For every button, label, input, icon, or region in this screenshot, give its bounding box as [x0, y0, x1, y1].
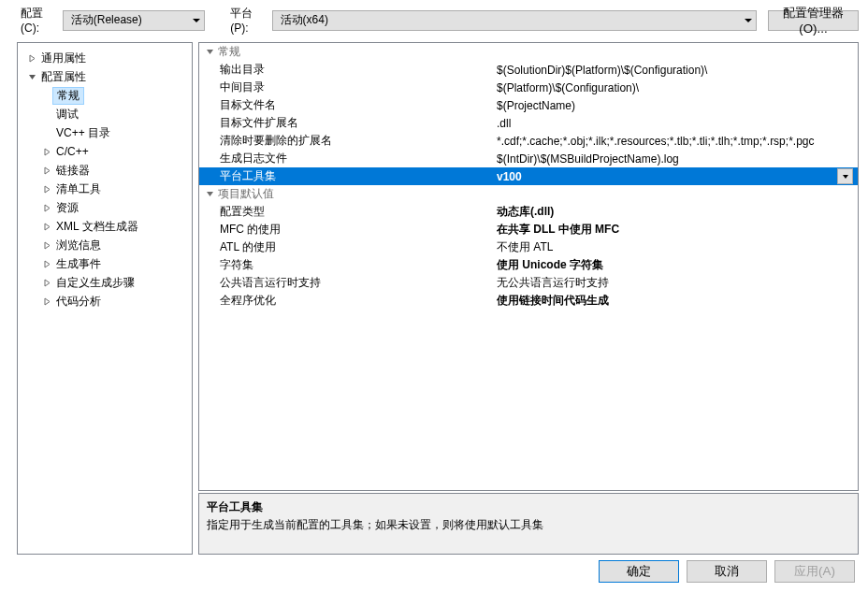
tree-item[interactable]: 浏览信息 — [18, 236, 192, 254]
dropdown-button[interactable] — [837, 168, 853, 184]
grid-row[interactable]: 目标文件扩展名.dll — [199, 114, 858, 132]
tree-item[interactable]: 清单工具 — [18, 180, 192, 198]
config-toolbar: 配置(C): 活动(Release) 平台(P): 活动(x64) 配置管理器(… — [0, 0, 868, 42]
grid-row-value[interactable]: *.cdf;*.cache;*.obj;*.ilk;*.resources;*.… — [497, 132, 858, 150]
tree-item[interactable]: 代码分析 — [18, 292, 192, 310]
tree-item[interactable]: 调试 — [18, 105, 192, 123]
grid-row[interactable]: 公共语言运行时支持无公共语言运行时支持 — [199, 274, 858, 292]
grid-row-label: ATL 的使用 — [199, 238, 497, 256]
grid-row-label: MFC 的使用 — [199, 221, 497, 238]
chevron-right-icon[interactable] — [40, 148, 53, 156]
grid-row-value[interactable]: 使用链接时间代码生成 — [497, 292, 858, 310]
tree-item-label: 生成事件 — [53, 256, 104, 272]
tree-item[interactable]: 自定义生成步骤 — [18, 273, 192, 292]
tree-item-label: 常规 — [52, 87, 84, 105]
grid-row-value[interactable]: $(IntDir)\$(MSBuildProjectName).log — [497, 150, 858, 167]
chevron-down-icon[interactable] — [25, 73, 38, 81]
grid-row-value[interactable]: 无公共语言运行时支持 — [497, 274, 858, 292]
grid-section-title: 项目默认值 — [218, 186, 274, 202]
tree-item[interactable]: 链接器 — [18, 161, 192, 180]
grid-value-text: 动态库(.dll) — [497, 204, 554, 220]
chevron-right-icon[interactable] — [25, 54, 38, 63]
config-manager-button[interactable]: 配置管理器(O)... — [768, 10, 859, 31]
chevron-right-icon[interactable] — [40, 297, 53, 306]
grid-row-value[interactable]: $(SolutionDir)$(Platform)\$(Configuratio… — [497, 61, 858, 79]
chevron-right-icon[interactable] — [40, 241, 53, 250]
grid-value-text: 在共享 DLL 中使用 MFC — [497, 222, 619, 238]
grid-row-label: 配置类型 — [199, 203, 497, 221]
tree-item[interactable]: 资源 — [18, 198, 192, 217]
grid-row-value[interactable]: .dll — [497, 114, 858, 132]
chevron-right-icon[interactable] — [40, 204, 53, 212]
chevron-right-icon[interactable] — [40, 223, 53, 231]
grid-row-label: 全程序优化 — [199, 292, 497, 310]
grid-row[interactable]: 生成日志文件$(IntDir)\$(MSBuildProjectName).lo… — [199, 150, 858, 167]
main-area: 通用属性配置属性常规调试VC++ 目录C/C++链接器清单工具资源XML 文档生… — [0, 42, 868, 555]
tree-item-label: 调试 — [53, 107, 81, 123]
chevron-right-icon[interactable] — [40, 279, 53, 287]
grid-row-value[interactable]: v100 — [497, 167, 858, 185]
chevron-down-icon — [201, 190, 218, 198]
grid-section-header[interactable]: 常规 — [199, 43, 858, 61]
chevron-right-icon[interactable] — [40, 185, 53, 194]
config-combo[interactable]: 活动(Release) — [63, 10, 206, 31]
tree-item-label: C/C++ — [53, 145, 92, 158]
grid-row[interactable]: 目标文件名$(ProjectName) — [199, 96, 858, 114]
grid-row-value[interactable]: 使用 Unicode 字符集 — [497, 256, 858, 274]
grid-row-value[interactable]: $(Platform)\$(Configuration)\ — [497, 79, 858, 96]
chevron-down-icon — [745, 19, 752, 22]
tree-item-label: 配置属性 — [38, 69, 89, 85]
right-panel: 常规输出目录$(SolutionDir)$(Platform)\$(Config… — [198, 42, 859, 555]
grid-row-label: 平台工具集 — [199, 167, 497, 185]
tree-item-label: VC++ 目录 — [53, 125, 113, 141]
chevron-down-icon — [193, 19, 200, 22]
ok-button[interactable]: 确定 — [599, 560, 679, 583]
tree-item-label: XML 文档生成器 — [53, 219, 141, 235]
grid-row[interactable]: MFC 的使用在共享 DLL 中使用 MFC — [199, 221, 858, 238]
grid-row-label: 字符集 — [199, 256, 497, 274]
grid-row-value[interactable]: $(ProjectName) — [497, 96, 858, 114]
grid-row[interactable]: 清除时要删除的扩展名*.cdf;*.cache;*.obj;*.ilk;*.re… — [199, 132, 858, 150]
grid-row-value[interactable]: 不使用 ATL — [497, 238, 858, 256]
grid-row[interactable]: 输出目录$(SolutionDir)$(Platform)\$(Configur… — [199, 61, 858, 79]
grid-row[interactable]: 配置类型动态库(.dll) — [199, 203, 858, 221]
tree-item-label: 清单工具 — [53, 181, 104, 197]
grid-row-value[interactable]: 在共享 DLL 中使用 MFC — [497, 221, 858, 238]
grid-value-text: *.cdf;*.cache;*.obj;*.ilk;*.resources;*.… — [497, 135, 814, 148]
grid-section-header[interactable]: 项目默认值 — [199, 185, 858, 203]
grid-row[interactable]: 平台工具集v100 — [199, 167, 858, 185]
property-grid[interactable]: 常规输出目录$(SolutionDir)$(Platform)\$(Config… — [198, 42, 859, 491]
tree-item[interactable]: 通用属性 — [18, 49, 192, 67]
grid-row-value[interactable]: 动态库(.dll) — [497, 203, 858, 221]
tree-item[interactable]: 配置属性 — [18, 67, 192, 86]
tree-item-label: 资源 — [53, 200, 81, 216]
grid-row-label: 目标文件名 — [199, 96, 497, 114]
grid-value-text: 不使用 ATL — [497, 239, 553, 255]
tree-item[interactable]: VC++ 目录 — [18, 123, 192, 142]
grid-row[interactable]: 全程序优化使用链接时间代码生成 — [199, 292, 858, 310]
platform-combo[interactable]: 活动(x64) — [272, 10, 757, 31]
tree-item[interactable]: 生成事件 — [18, 254, 192, 273]
platform-label: 平台(P): — [230, 6, 264, 35]
grid-row-label: 目标文件扩展名 — [199, 114, 497, 132]
tree-item[interactable]: C/C++ — [18, 142, 192, 161]
cancel-button[interactable]: 取消 — [687, 560, 767, 583]
grid-value-text: 无公共语言运行时支持 — [497, 275, 609, 291]
grid-value-text: $(IntDir)\$(MSBuildProjectName).log — [497, 152, 679, 166]
config-combo-value: 活动(Release) — [71, 12, 142, 28]
grid-row[interactable]: 中间目录$(Platform)\$(Configuration)\ — [199, 79, 858, 96]
tree-item-label: 通用属性 — [38, 51, 89, 66]
config-label: 配置(C): — [21, 6, 55, 35]
apply-button[interactable]: 应用(A) — [774, 560, 855, 583]
grid-value-text: v100 — [497, 170, 522, 183]
grid-row-label: 中间目录 — [199, 79, 497, 96]
tree-item[interactable]: 常规 — [18, 86, 192, 105]
description-title: 平台工具集 — [207, 499, 850, 515]
chevron-right-icon[interactable] — [40, 166, 53, 175]
chevron-right-icon[interactable] — [40, 260, 53, 268]
grid-value-text: .dll — [497, 117, 511, 130]
grid-row[interactable]: ATL 的使用不使用 ATL — [199, 238, 858, 256]
tree-item[interactable]: XML 文档生成器 — [18, 217, 192, 236]
grid-row[interactable]: 字符集使用 Unicode 字符集 — [199, 256, 858, 274]
nav-tree[interactable]: 通用属性配置属性常规调试VC++ 目录C/C++链接器清单工具资源XML 文档生… — [17, 42, 193, 555]
